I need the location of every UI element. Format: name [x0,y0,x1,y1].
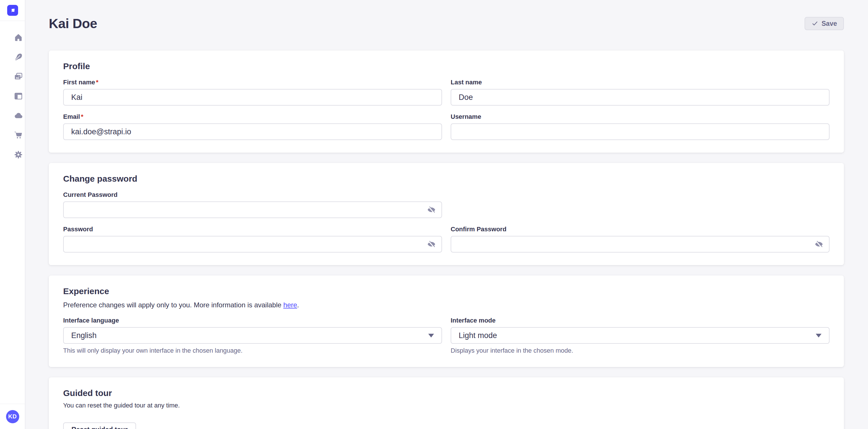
sidebar-item-deploy[interactable] [11,106,25,125]
save-button-label: Save [822,20,837,28]
sidebar-nav [0,21,25,164]
page-header: Kai Doe Save [49,15,844,32]
new-password-input[interactable] [63,236,442,253]
cloud-icon [14,111,23,120]
current-password-field: Current Password [63,191,442,218]
toggle-current-password-visibility-button[interactable] [426,204,437,215]
sidebar: KD [0,0,25,429]
current-password-label: Current Password [63,191,442,199]
toggle-confirm-password-visibility-button[interactable] [813,239,825,250]
new-password-label: Password [63,226,442,233]
chevron-down-icon [816,334,822,337]
email-control [63,123,442,140]
sidebar-item-content-type-builder[interactable] [11,87,25,106]
first-name-field: First name* [63,78,442,106]
confirm-password-control [451,236,830,253]
current-password-control [63,201,442,218]
confirm-password-field: Confirm Password [451,226,830,253]
first-name-input[interactable] [63,89,442,106]
sidebar-item-content-manager[interactable] [11,47,25,67]
confirm-password-input[interactable] [451,236,830,253]
interface-mode-value: Light mode [459,331,497,340]
eye-slash-icon [427,205,436,214]
shopping-cart-icon [14,131,23,140]
email-label: Email* [63,113,442,121]
save-button[interactable]: Save [805,17,844,30]
change-password-card-title: Change password [63,173,830,184]
feather-icon [14,53,23,62]
user-avatar[interactable]: KD [6,410,19,423]
page-title: Kai Doe [49,15,97,32]
interface-mode-field: Interface mode Light mode Displays your … [451,317,830,354]
experience-description: Preference changes will apply only to yo… [63,301,830,309]
current-password-input[interactable] [63,201,442,218]
email-input[interactable] [63,123,442,140]
last-name-control [451,89,830,106]
experience-grid: Interface language English This will onl… [63,317,830,354]
main-content: Kai Doe Save Profile First name* Last na… [25,0,868,429]
reset-guided-tour-button[interactable]: Reset guided tour [63,422,136,429]
email-field: Email* [63,113,442,140]
experience-card: Experience Preference changes will apply… [49,275,844,367]
required-asterisk: * [81,113,84,120]
profile-card: Profile First name* Last name Email* [49,51,844,153]
settings-cards: Profile First name* Last name Email* [49,51,844,429]
interface-mode-select[interactable]: Light mode [451,327,830,344]
new-password-control [63,236,442,253]
guided-tour-card: Guided tour You can reset the guided tou… [49,377,844,429]
first-name-control [63,89,442,106]
change-password-card: Change password Current Password [49,163,844,265]
more-information-link[interactable]: here [283,301,297,309]
eye-slash-icon [815,240,823,249]
last-name-input[interactable] [451,89,830,106]
first-name-label: First name* [63,78,442,86]
home-icon [14,33,23,42]
password-grid: Current Password Pass [63,191,830,253]
sidebar-item-marketplace[interactable] [11,125,25,145]
chevron-down-icon [428,334,434,337]
profile-card-title: Profile [63,61,830,72]
interface-language-select[interactable]: English [63,327,442,344]
sidebar-footer: KD [0,404,25,429]
toggle-new-password-visibility-button[interactable] [426,239,437,250]
last-name-label: Last name [451,78,830,86]
strapi-logo[interactable] [7,5,18,16]
profile-grid: First name* Last name Email* [63,78,830,140]
guided-tour-description: You can reset the guided tour at any tim… [63,401,830,409]
confirm-password-label: Confirm Password [451,226,830,233]
username-field: Username [451,113,830,140]
sidebar-logo-area [0,0,25,21]
spacer [451,191,830,218]
username-input[interactable] [451,123,830,140]
sidebar-item-media-library[interactable] [11,67,25,87]
eye-slash-icon [427,240,436,249]
strapi-logo-icon [9,7,16,14]
last-name-field: Last name [451,78,830,106]
guided-tour-card-title: Guided tour [63,388,830,399]
interface-language-label: Interface language [63,317,442,324]
sidebar-item-home[interactable] [11,28,25,47]
sidebar-item-settings[interactable] [11,145,25,164]
check-icon [811,20,818,27]
gear-icon [14,150,23,159]
interface-language-field: Interface language English This will onl… [63,317,442,354]
media-library-icon [14,72,23,81]
username-control [451,123,830,140]
interface-mode-hint: Displays your interface in the chosen mo… [451,346,830,354]
interface-mode-label: Interface mode [451,317,830,324]
username-label: Username [451,113,830,121]
interface-language-value: English [71,331,97,340]
experience-card-title: Experience [63,286,830,297]
interface-language-hint: This will only display your own interfac… [63,346,442,354]
layout-icon [14,92,23,101]
new-password-field: Password [63,226,442,253]
required-asterisk: * [96,78,98,86]
